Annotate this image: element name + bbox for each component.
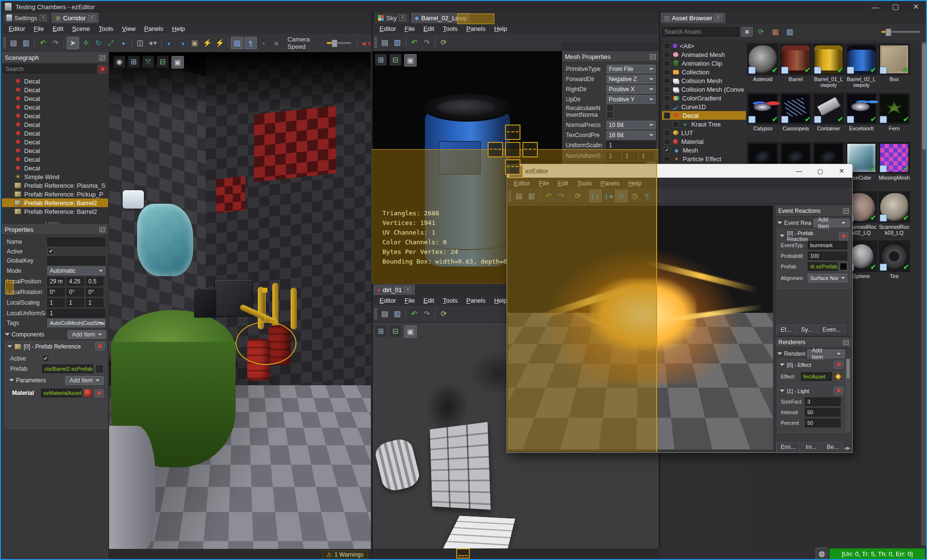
asset-type-item[interactable]: Collection [662,68,746,76]
sphere-tool-icon[interactable]: ●▾ [147,37,159,49]
menu-item[interactable]: Scene [68,24,94,33]
asset-type-checkbox[interactable] [664,43,670,49]
menu-item[interactable]: Help [168,24,189,33]
toolbar-grip[interactable] [374,37,377,48]
position-y-field[interactable]: 4.25 [67,277,84,286]
run-icon[interactable]: ⚡ [214,37,225,49]
probability-field[interactable]: 100 [808,252,847,260]
effect-thumbnail[interactable] [834,373,843,380]
prefab-browse-button[interactable] [95,364,104,373]
float-panel-icon[interactable] [99,227,105,232]
scaling-x-field[interactable]: 1 [47,298,65,307]
close-button[interactable]: ✕ [831,167,852,175]
new-window-icon[interactable]: ⊟ [157,56,169,68]
toolbar-grip[interactable] [3,38,6,48]
screenshot-camera-icon[interactable]: ▣ [404,54,417,67]
asset-type-item[interactable]: LUT [662,128,746,137]
asset-tile[interactable]: ✔ Fern [878,93,910,141]
scenegraph-item[interactable]: ✽ Decal [2,103,108,112]
position-z-field[interactable]: 0.5 [86,277,103,286]
remove-effect-icon[interactable]: ✖ [834,361,843,369]
transform-asset-icon[interactable]: ⟳ [438,308,449,320]
recalculate-normals-checkbox[interactable] [606,104,614,112]
panel-tab[interactable]: Ini... [801,442,821,451]
rotation-y-field[interactable]: 0° [67,288,84,296]
tab-asset-browser[interactable]: ◫ Asset Browser✕ [660,12,726,23]
asset-type-item[interactable]: Animated Mesh [662,50,746,59]
float-panel-icon[interactable] [650,54,656,59]
panel-tab[interactable]: Sy... [797,325,816,334]
tab-corridor[interactable]: ▣ Corridor✕ [51,12,99,23]
menu-item[interactable]: View [118,24,140,33]
renderers-header[interactable]: Renderers [775,337,852,348]
scenegraph-item[interactable]: ☀ Simple Wind [2,172,108,181]
toolbar-grip[interactable] [374,308,377,319]
percentage-field[interactable]: 50 [805,419,841,427]
tab-settings[interactable]: Settings✕ [2,12,51,23]
asset-type-checkbox[interactable]: ✔ [664,147,670,154]
asset-tile[interactable]: ✔ Tire [878,240,910,289]
material-asset-field[interactable]: ezMaterialAsset [41,389,82,397]
asset-tile[interactable]: ✔ Barrel_02_Lowpoly [845,43,877,92]
effect-asset-field[interactable]: fectAsset [801,372,832,381]
mode-dropdown[interactable]: Automatic [47,266,105,275]
asset-type-checkbox[interactable] [673,121,679,127]
redo-icon[interactable]: ↷ [421,37,433,48]
menu-item[interactable]: File [30,24,48,33]
asset-type-checkbox[interactable] [664,104,670,110]
asset-tile[interactable]: ✔ ExcelsiorII [845,93,877,141]
screenshot-camera-icon[interactable]: ▣ [404,325,417,338]
panel-tab[interactable]: Emi... [776,442,800,451]
thumbnail-size-slider[interactable] [882,31,920,33]
add-parameter-button[interactable]: Add Item [65,376,104,385]
asset-type-checkbox[interactable] [664,139,670,145]
warnings-badge[interactable]: ⚠ 1 Warnings [322,550,368,559]
asset-type-item[interactable]: Curve1D [662,102,746,111]
asset-type-checkbox[interactable] [664,95,670,101]
fullscreen-icon[interactable]: ⤧ [142,56,154,68]
tab-scroll-icons[interactable]: ◀▶ [844,446,851,450]
export-package-icon[interactable]: ▦ [770,26,781,38]
active-checkbox[interactable]: ✔ [47,248,55,255]
scenegraph-item[interactable]: ✽ Decal [2,146,108,155]
prefab-asset-field[interactable]: cts/Barrel2.ezPrefab [42,364,93,373]
panel-tab[interactable]: Ef... [776,325,795,334]
asset-type-checkbox[interactable] [664,60,670,67]
scenegraph-item[interactable]: ✽ Decal [2,120,108,129]
add-component-button[interactable]: Add Item [68,330,106,339]
menu-item[interactable]: Edit [49,24,67,33]
menu-item[interactable]: Edit [420,24,438,33]
screenshot-camera-icon[interactable]: ▣ [171,56,184,69]
asset-type-checkbox[interactable] [664,112,670,119]
clear-search-icon[interactable]: ✖ [98,65,107,73]
right-dir-dropdown[interactable]: Positive X [606,85,656,94]
material-thumbnail[interactable] [84,389,92,397]
menu-item[interactable]: File [401,296,419,305]
undo-icon[interactable]: ↶ [408,37,420,48]
export-run-icon[interactable]: ⚡ [201,37,213,49]
forward-dir-dropdown[interactable]: Negative Z [606,75,656,84]
visualizers-icon[interactable]: ¶ [244,37,257,49]
corridor-viewport[interactable]: ◉ ⊞ ⤧ ⊟ ▣ [109,52,371,549]
add-event-reaction-button[interactable]: Add Item [814,219,850,227]
float-panel-icon[interactable] [843,209,849,214]
panel-tab[interactable]: Be... [822,442,843,451]
primitive-type-dropdown[interactable]: From File [606,65,656,73]
copy-path-icon[interactable]: ▥ [784,26,796,38]
simulate-gamepad-icon[interactable]: ▣ [189,37,200,49]
redo-icon[interactable]: ↷ [421,308,433,320]
uniform-scaling-field[interactable]: 1 [606,141,656,150]
properties-header[interactable]: Properties [2,224,108,235]
asset-tile[interactable]: ✔ Calypso [747,93,779,141]
undo-icon[interactable]: ↶ [408,308,420,320]
asset-type-item[interactable]: Kraut Tree [662,120,746,128]
menu-item[interactable]: Panels [463,296,490,305]
asset-type-checkbox[interactable] [664,52,670,58]
close-button[interactable]: ✕ [906,1,926,13]
save-all-icon[interactable]: ▥ [392,37,403,48]
renderers-scrollbar[interactable] [845,358,851,433]
intensity-field[interactable]: 50 [805,408,841,417]
asset-type-item[interactable]: Collision Mesh [662,76,746,85]
tab-close-icon[interactable]: ✕ [715,15,721,21]
asset-tile[interactable]: ✔ Barrel_01_Lowpoly [813,43,844,92]
